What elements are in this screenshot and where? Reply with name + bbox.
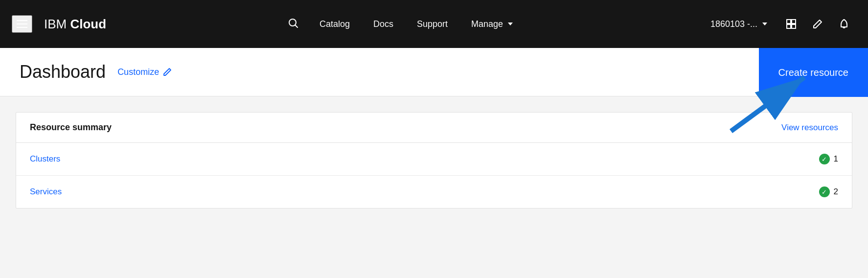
clusters-link[interactable]: Clusters — [30, 154, 60, 164]
view-resources-link[interactable]: View resources — [781, 123, 838, 133]
account-switcher[interactable]: 1860103 -... — [701, 15, 777, 33]
resource-summary-card: Resource summary View resources Clusters… — [16, 112, 852, 208]
list-item: Services ✓ 2 — [16, 176, 852, 208]
svg-line-1 — [295, 25, 297, 27]
edit-button[interactable] — [805, 15, 830, 33]
ibm-logo: IBM Cloud — [44, 17, 106, 32]
create-resource-button[interactable]: Create resource — [759, 48, 868, 97]
list-item: Clusters ✓ 1 — [16, 143, 852, 176]
clusters-count: ✓ 1 — [819, 154, 838, 164]
menu-button[interactable] — [12, 15, 32, 33]
services-status-icon: ✓ — [819, 186, 830, 197]
clusters-status-icon: ✓ — [819, 154, 830, 164]
account-chevron-icon — [762, 23, 767, 25]
svg-rect-2 — [787, 20, 791, 23]
services-count: ✓ 2 — [819, 186, 838, 197]
customize-edit-icon — [163, 68, 172, 76]
svg-rect-4 — [787, 24, 791, 28]
manage-chevron-icon — [508, 23, 513, 25]
nav-manage[interactable]: Manage — [459, 15, 525, 33]
nav-support[interactable]: Support — [405, 15, 459, 33]
resource-summary-title: Resource summary — [30, 122, 112, 133]
resource-list-button[interactable] — [779, 15, 803, 33]
search-button[interactable] — [278, 14, 308, 34]
svg-rect-5 — [792, 24, 796, 28]
services-link[interactable]: Services — [30, 187, 62, 197]
resource-card-header: Resource summary View resources — [16, 113, 852, 143]
main-content: Resource summary View resources Clusters… — [0, 96, 868, 224]
top-navigation: IBM Cloud Catalog Docs Support Manage 18… — [0, 0, 868, 48]
customize-link[interactable]: Customize — [117, 67, 172, 77]
page-title: Dashboard — [20, 62, 106, 82]
nav-catalog[interactable]: Catalog — [308, 15, 362, 33]
notification-button[interactable] — [832, 15, 856, 33]
svg-rect-3 — [792, 20, 796, 23]
nav-docs[interactable]: Docs — [362, 15, 405, 33]
page-header: Dashboard Customize Create resource — [0, 48, 868, 96]
